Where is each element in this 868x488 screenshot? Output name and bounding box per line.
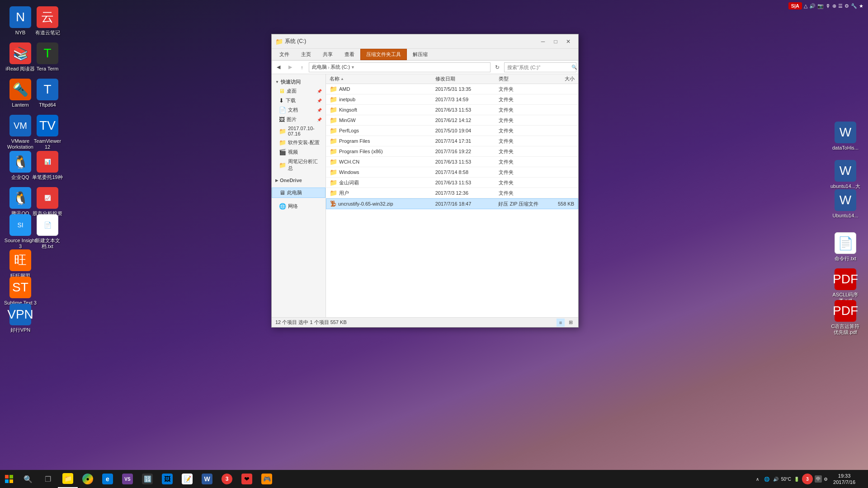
qqlite-icon: 🐧 <box>9 151 31 173</box>
col-size[interactable]: 大小 <box>541 75 575 82</box>
taskbar-app-red[interactable]: ❤ <box>237 470 257 488</box>
tab-file[interactable]: 文件 <box>274 49 295 60</box>
file-list-header: 名称 ▲ 修改日期 类型 大小 <box>326 74 578 84</box>
taskbar-app-game[interactable]: 🎮 <box>257 470 277 488</box>
desktop-icon-new-text[interactable]: 📄 新建文本文档.txt <box>29 212 66 251</box>
col-type[interactable]: 类型 <box>499 75 541 82</box>
desktop-label: 桌面 <box>287 88 297 94</box>
taskbar-photos[interactable]: 🖼 <box>157 470 177 488</box>
address-bar: ◀ ▶ ↑ 此电脑 › 系统 (C:) ▼ ↻ 🔍 <box>272 61 578 74</box>
file-row-mingw[interactable]: 📁 MinGW 2017/6/12 14:12 文件夹 <box>326 115 578 126</box>
tab-view[interactable]: 查看 <box>339 49 360 60</box>
desktop-icon-single-stock[interactable]: 📊 单笔委托19种 <box>29 149 66 182</box>
desktop-icon-vpn[interactable]: VPN 好行VPN <box>2 302 38 335</box>
sidebar-item-pictures[interactable]: 🖼 图片 📌 <box>272 115 326 124</box>
taskbar-calc[interactable]: 🔢 <box>137 470 157 488</box>
sidebar-item-video[interactable]: 🎬 视频 <box>272 147 326 157</box>
taskbar-chrome[interactable]: ● <box>78 470 98 488</box>
file-row-kingsoft[interactable]: 📁 Kingsoft 2017/6/13 11:53 文件夹 <box>326 105 578 115</box>
tray-up-arrow[interactable]: ∧ <box>754 475 761 483</box>
desktop-icon-teraterm[interactable]: T Tera Term <box>29 41 66 74</box>
desktop-icon-youdao[interactable]: 云 有道云笔记 <box>29 5 66 38</box>
temperature-text: 50°C <box>781 477 791 482</box>
desktop-icon-teamviewer[interactable]: TV TeamViewer 12 <box>29 113 66 152</box>
file-row-amd[interactable]: 📁 AMD 2017/5/31 13:35 文件夹 <box>326 84 578 94</box>
desktop-icon-tftpd64[interactable]: T Tftpd64 <box>29 77 66 110</box>
col-name[interactable]: 名称 ▲ <box>330 75 435 82</box>
maximize-button[interactable]: □ <box>549 35 562 48</box>
desktop-icon-cmd[interactable]: 📄 命令行.txt <box>827 230 863 263</box>
tab-compress-tools[interactable]: 压缩文件夹工具 <box>360 49 407 60</box>
start-button[interactable] <box>0 470 18 488</box>
tray-ime[interactable]: 中 <box>815 475 822 483</box>
file-row-perflogs[interactable]: 📁 PerfLogs 2017/5/10 19:04 文件夹 <box>326 126 578 136</box>
path-dropdown-arrow[interactable]: ▼ <box>351 65 355 70</box>
file-row-program-files[interactable]: 📁 Program Files 2017/7/14 17:31 文件夹 <box>326 136 578 146</box>
tray-360-icon[interactable]: 3 <box>802 474 813 484</box>
desktop-icon-datatohis[interactable]: W dataToHis... <box>827 120 863 153</box>
sidebar-item-this-pc[interactable]: 🖥 此电脑 <box>272 188 326 198</box>
desktop-icon-c-algo-pdf[interactable]: PDF C语言运算符优先级.pdf <box>827 298 863 337</box>
tray-temperature[interactable]: 50°C <box>781 477 791 482</box>
onedrive-header[interactable]: ▶ OneDrive <box>272 177 326 184</box>
tab-home[interactable]: 主页 <box>295 49 317 60</box>
jinshancipu-type: 文件夹 <box>499 179 541 186</box>
tray-speaker-icon[interactable]: 🔊 <box>772 475 779 483</box>
taskbar-task-view[interactable]: ❐ <box>38 470 58 488</box>
svg-rect-0 <box>5 475 9 479</box>
file-name-program-files-x86: 📁 Program Files (x86) <box>330 148 435 155</box>
list-view-button[interactable]: ≡ <box>557 319 565 327</box>
taskbar-edge[interactable]: e <box>98 470 118 488</box>
address-path[interactable]: 此电脑 › 系统 (C:) ▼ <box>309 62 491 72</box>
tab-extract[interactable]: 解压缩 <box>407 49 434 60</box>
tray-network-icon[interactable]: 🌐 <box>763 475 770 483</box>
uncrustify-size: 558 KB <box>541 201 574 206</box>
taskbar-vs[interactable]: VS <box>118 470 137 488</box>
back-button[interactable]: ◀ <box>274 62 283 72</box>
taskbar-file-explorer[interactable]: 📁 <box>58 470 78 488</box>
sidebar-item-notes[interactable]: 📁 周笔记分析汇总 <box>272 157 326 173</box>
status-text: 12 个项目 选中 1 个项目 557 KB <box>275 319 347 326</box>
file-row-uncrustify[interactable]: 🗜 uncrustify-0.65-win32.zip 2017/7/16 18… <box>326 198 578 209</box>
close-button[interactable]: ✕ <box>562 35 575 48</box>
taskbar-search[interactable]: 🔍 <box>18 470 38 488</box>
refresh-button[interactable]: ↻ <box>492 62 502 72</box>
taskbar-clock[interactable]: 19:33 2017/7/16 <box>830 473 859 486</box>
detail-view-button[interactable]: ⊞ <box>566 319 575 327</box>
show-desktop-button[interactable] <box>861 470 864 488</box>
file-name-kingsoft: 📁 Kingsoft <box>330 106 435 113</box>
tray-misc-icons[interactable]: ⚙ <box>824 477 828 482</box>
sidebar-item-software[interactable]: 📁 软件安装-配置 <box>272 138 326 147</box>
file-row-inetpub[interactable]: 📁 inetpub 2017/7/3 14:59 文件夹 <box>326 94 578 105</box>
file-row-program-files-x86[interactable]: 📁 Program Files (x86) 2017/7/16 19:22 文件… <box>326 146 578 157</box>
sidebar-item-folder1[interactable]: 📁 2017.07.10-07.16 <box>272 124 326 138</box>
svg-rect-3 <box>9 479 13 483</box>
tab-share[interactable]: 共享 <box>317 49 339 60</box>
sidebar-item-download[interactable]: ⬇ 下载 📌 <box>272 96 326 105</box>
search-input[interactable] <box>507 65 570 70</box>
sidebar-item-desktop[interactable]: 🖥 桌面 📌 <box>272 86 326 96</box>
col-date[interactable]: 修改日期 <box>435 75 499 82</box>
inetpub-type: 文件夹 <box>499 96 541 103</box>
quick-access-header[interactable]: ▼ 快速访问 <box>272 78 326 86</box>
desktop-icon-ubuntu2[interactable]: W Ubuntu14... <box>827 188 863 221</box>
qq-icon: 🐧 <box>9 187 31 209</box>
forward-button[interactable]: ▶ <box>285 62 295 72</box>
status-bar: 12 个项目 选中 1 个项目 557 KB ≡ ⊞ <box>272 317 578 327</box>
file-row-users[interactable]: 📁 用户 2017/7/3 12:36 文件夹 <box>326 188 578 198</box>
taskbar-word[interactable]: W <box>197 470 217 488</box>
tray-battery-icon[interactable]: 🔋 <box>793 475 800 483</box>
file-row-jinshancipu[interactable]: 📁 金山词霸 2017/6/13 11:53 文件夹 <box>326 178 578 188</box>
file-row-wch[interactable]: 📁 WCH.CN 2017/6/13 11:53 文件夹 <box>326 157 578 167</box>
up-button[interactable]: ↑ <box>297 62 307 72</box>
cmd-icon: 📄 <box>835 232 856 254</box>
minimize-button[interactable]: ─ <box>537 35 549 48</box>
file-row-windows[interactable]: 📁 Windows 2017/7/14 8:58 文件夹 <box>326 167 578 178</box>
wch-name: WCH.CN <box>339 159 359 164</box>
taskbar-notepad[interactable]: 📝 <box>177 470 197 488</box>
vs-icon: VS <box>122 474 133 484</box>
sidebar-item-network[interactable]: 🌐 网络 <box>272 202 326 211</box>
taskbar-360[interactable]: 3 <box>217 470 237 488</box>
download-pin: 📌 <box>317 99 322 103</box>
sidebar-item-docs[interactable]: 📄 文档 📌 <box>272 105 326 115</box>
